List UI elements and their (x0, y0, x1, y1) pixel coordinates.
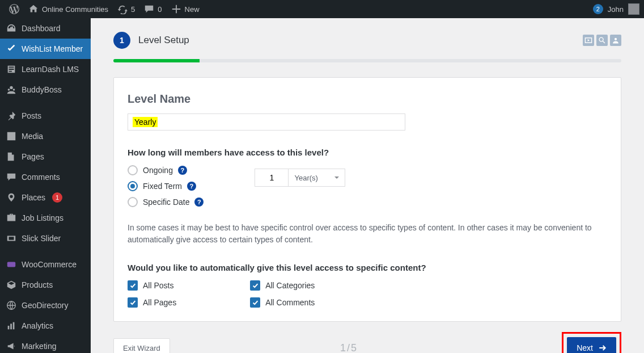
check-label: All Pages (143, 298, 176, 307)
progress-fill (113, 59, 200, 62)
bars-icon (6, 320, 17, 331)
hint-text: In some cases it may be best to have spe… (128, 222, 607, 246)
new-content[interactable]: New (167, 0, 204, 18)
sidebar-item-pages[interactable]: Pages (0, 146, 91, 167)
new-label: New (185, 5, 200, 14)
wp-logo[interactable] (5, 0, 24, 18)
badge: 1 (52, 192, 62, 203)
sidebar-item-label: Job Listings (22, 213, 63, 222)
check-all-comments[interactable]: All Comments (250, 297, 315, 308)
user-icon[interactable] (610, 35, 621, 46)
sidebar-item-label: LearnDash LMS (22, 65, 79, 74)
help-icon[interactable]: ? (178, 166, 187, 175)
buddyboss-icon (6, 84, 17, 95)
svg-point-0 (10, 86, 12, 89)
radio-specific-date[interactable]: Specific Date ? (128, 197, 204, 207)
site-home[interactable]: Online Communities (24, 0, 113, 18)
avatar[interactable] (628, 3, 639, 15)
dashboard-icon (6, 23, 17, 34)
level-name-input[interactable]: Yearly (128, 114, 405, 131)
sidebar-item-comments[interactable]: Comments (0, 167, 91, 187)
sidebar-item-label: Posts (22, 111, 41, 120)
wizard-header: 1 Level Setup (113, 32, 621, 49)
svg-rect-5 (9, 237, 14, 239)
svg-rect-10 (13, 322, 15, 330)
notification-badge[interactable]: 2 (593, 4, 603, 14)
term-number-input[interactable] (255, 169, 289, 187)
updates[interactable]: 5 (113, 0, 139, 18)
sidebar-item-products[interactable]: Products (0, 275, 91, 295)
sidebar-item-label: Dashboard (22, 24, 61, 33)
help-icon[interactable]: ? (187, 182, 196, 191)
sidebar-item-slickslider[interactable]: Slick Slider (0, 228, 91, 249)
sidebar-item-geodirectory[interactable]: GeoDirectory (0, 295, 91, 316)
level-name-value: Yearly (133, 117, 158, 127)
access-radio-group: Ongoing ? Fixed Term ? Specific Date ? (128, 165, 204, 207)
next-label: Next (577, 343, 593, 352)
sidebar-item-learndash[interactable]: LearnDash LMS (0, 59, 91, 79)
sidebar-item-woocommerce[interactable]: WooCommerce (0, 254, 91, 275)
sidebar-item-label: Comments (22, 173, 60, 182)
comment-icon (144, 4, 154, 14)
user-name[interactable]: John (608, 5, 624, 14)
svg-rect-8 (8, 326, 10, 329)
wizard-footer: Exit Wizard 1/5 Next (113, 332, 621, 353)
level-name-label: Level Name (128, 93, 607, 106)
check-icon (6, 43, 17, 54)
content-area: 1 Level Setup Level Name Yearly How long… (91, 18, 644, 353)
check-all-posts[interactable]: All Posts (128, 280, 176, 291)
search-icon[interactable] (596, 35, 608, 46)
term-unit-select[interactable]: Year(s) (289, 169, 345, 187)
radio-icon (128, 197, 138, 207)
sidebar-item-buddyboss[interactable]: BuddyBoss (0, 79, 91, 100)
check-label: All Posts (143, 281, 173, 290)
help-icon[interactable]: ? (194, 197, 204, 207)
sidebar-item-wishlist[interactable]: WishList Member (0, 39, 91, 59)
next-button-highlight: Next (562, 332, 621, 353)
checkbox-icon (250, 280, 260, 291)
megaphone-icon (6, 341, 17, 352)
next-button[interactable]: Next (567, 337, 616, 353)
arrow-right-icon (598, 343, 607, 352)
sidebar-item-label: Places (22, 193, 45, 202)
sidebar-item-media[interactable]: Media (0, 126, 91, 146)
pin-icon (6, 110, 17, 121)
check-label: All Comments (265, 298, 315, 307)
svg-rect-9 (10, 323, 12, 329)
sidebar-item-label: WishList Member (22, 44, 83, 53)
radio-label: Fixed Term (143, 182, 182, 191)
sidebar-item-joblistings[interactable]: Job Listings (0, 208, 91, 228)
comments-bubble[interactable]: 0 (139, 0, 166, 18)
exit-wizard-button[interactable]: Exit Wizard (113, 338, 170, 354)
check-all-categories[interactable]: All Categories (250, 280, 315, 291)
sidebar-item-label: Products (22, 280, 53, 289)
sidebar-item-analytics[interactable]: Analytics (0, 316, 91, 336)
sidebar-item-places[interactable]: Places 1 (0, 187, 91, 208)
admin-bar: Online Communities 5 0 New 2 John (0, 0, 644, 18)
comments-count: 0 (158, 5, 162, 14)
access-question: How long will members have access to thi… (128, 148, 607, 157)
radio-fixed-term[interactable]: Fixed Term ? (128, 181, 204, 191)
sidebar-item-dashboard[interactable]: Dashboard (0, 18, 91, 39)
checkbox-icon (128, 297, 138, 308)
radio-label: Ongoing (143, 166, 173, 175)
progress-bar (113, 59, 621, 62)
sidebar-item-marketing[interactable]: Marketing (0, 336, 91, 353)
refresh-icon (117, 4, 128, 14)
sidebar-item-label: Marketing (22, 342, 56, 351)
radio-ongoing[interactable]: Ongoing ? (128, 165, 204, 175)
svg-point-2 (13, 89, 15, 91)
video-icon[interactable] (583, 35, 594, 46)
admin-sidebar: Dashboard WishList Member LearnDash LMS … (0, 18, 91, 353)
pages-icon (6, 151, 17, 162)
term-inputs: Year(s) (255, 169, 345, 187)
svg-point-13 (615, 38, 617, 40)
chevron-down-icon (334, 176, 339, 181)
check-all-pages[interactable]: All Pages (128, 297, 176, 308)
radio-icon (128, 165, 138, 175)
plus-icon (171, 4, 181, 14)
media-icon (6, 131, 17, 142)
wizard-panel: Level Name Yearly How long will members … (113, 77, 621, 322)
check-label: All Categories (265, 281, 315, 290)
sidebar-item-posts[interactable]: Posts (0, 106, 91, 126)
